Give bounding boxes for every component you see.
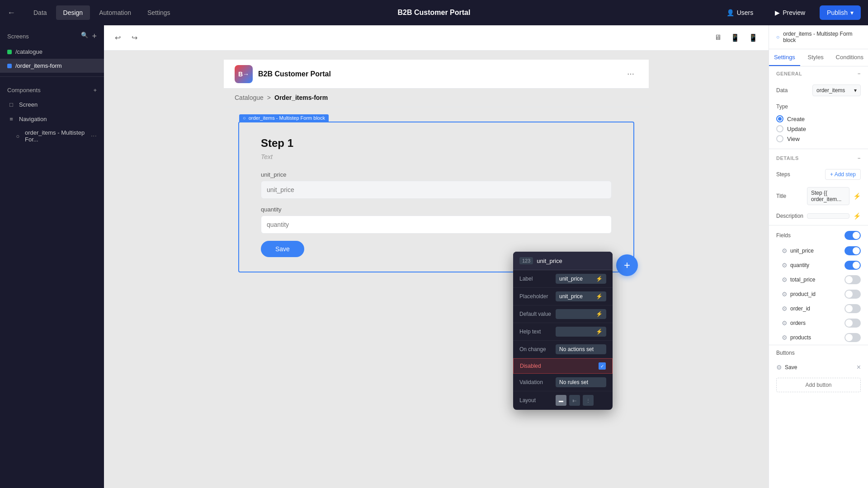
popup-label-value: unit_price [559,276,583,282]
add-screen-button[interactable]: + [92,32,97,41]
details-collapse[interactable]: − [858,155,861,161]
popup-label-input[interactable]: unit_price ⚡ [556,274,606,284]
title-input[interactable]: Step {{ order_item... [807,187,849,205]
save-gear-icon[interactable]: ⚙ [776,364,782,371]
popup-validation-input[interactable]: No rules set [556,377,606,387]
save-form-button[interactable]: Save [261,241,304,257]
mobile-view-button[interactable]: 📱 [745,32,761,44]
layout-single[interactable]: ▬ [556,395,566,406]
back-button[interactable]: ← [7,8,15,18]
popup-header: 123 unit_price [513,252,613,270]
popup-disabled-checkbox[interactable] [599,362,606,370]
layout-triple[interactable]: ⋮ [583,395,594,406]
canvas-wrapper: ○ order_items - Multistep Form block Ste… [224,107,649,287]
default-lightning-icon[interactable]: ⚡ [596,311,603,317]
unit-price-input[interactable] [261,181,612,199]
screen-item-order-items-form[interactable]: /order_items-form [0,59,104,73]
radio-create[interactable] [776,115,783,122]
details-divider [769,149,868,149]
preview-button[interactable]: ▶ Preview [768,5,812,20]
description-input[interactable] [807,213,849,219]
form-more-button[interactable]: ··· [91,132,97,140]
radio-view[interactable] [776,135,783,142]
component-navigation-label: Navigation [19,116,47,122]
popup-onchange-input[interactable]: No actions set [556,344,606,354]
breadcrumb-order-items[interactable]: Order_items-form [274,94,328,101]
add-button-btn[interactable]: Add button [776,378,861,392]
quantity-gear-icon[interactable]: ⚙ [782,262,788,269]
screen-item-catalogue[interactable]: /catalogue [0,45,104,59]
redo-button[interactable]: ↪ [128,32,141,44]
label-lightning-icon[interactable]: ⚡ [596,276,603,282]
product-id-field-toggle[interactable] [844,290,861,299]
tab-settings[interactable]: Settings [769,49,800,66]
order-id-gear-icon[interactable]: ⚙ [782,305,788,312]
tab-conditions[interactable]: Conditions [831,49,868,66]
app-logo: B→ [235,65,253,83]
total-price-field-toggle[interactable] [844,275,861,284]
layout-double[interactable]: ⫦ [569,395,580,406]
popup-disabled-row: Disabled [513,358,613,374]
save-remove-button[interactable]: × [857,363,861,371]
quantity-field-toggle[interactable] [844,261,861,270]
save-button-name: Save [785,364,854,371]
desktop-view-button[interactable]: 🖥 [711,32,725,44]
products-field-toggle[interactable] [844,333,861,342]
title-lightning-icon[interactable]: ⚡ [853,192,861,200]
radio-update[interactable] [776,125,783,132]
preview-label: Preview [783,9,805,16]
app-header: B→ B2B Customer Portal ⋯ [224,60,649,89]
quantity-label: quantity [261,206,612,213]
field-item-product-id: ⚙ product_id [769,287,868,301]
tab-settings[interactable]: Settings [140,5,178,20]
component-order-items-form[interactable]: ○ order_items - Multistep For... ··· [0,126,104,146]
description-lightning-icon[interactable]: ⚡ [853,212,861,220]
type-update[interactable]: Update [776,125,861,132]
unit-price-field-toggle[interactable] [844,246,861,255]
product-id-gear-icon[interactable]: ⚙ [782,291,788,298]
unit-price-gear-icon[interactable]: ⚙ [782,247,788,254]
products-gear-icon[interactable]: ⚙ [782,334,788,341]
tab-design[interactable]: Design [56,5,90,20]
screen-label-catalogue: /catalogue [15,48,42,55]
save-button-row: ⚙ Save × [769,361,868,374]
tab-data[interactable]: Data [26,5,54,20]
data-prop-label: Data [776,87,812,94]
quantity-input[interactable] [261,216,612,234]
type-create[interactable]: Create [776,115,861,122]
panel-icon: ○ [776,34,779,40]
search-icon[interactable]: 🔍 [81,32,88,41]
helptext-lightning-icon[interactable]: ⚡ [596,328,603,335]
fields-toggle[interactable] [844,231,861,240]
popup-default-input[interactable]: ⚡ [556,309,606,319]
component-navigation[interactable]: ≡ Navigation [0,112,104,126]
total-price-gear-icon[interactable]: ⚙ [782,276,788,283]
orders-field-toggle[interactable] [844,319,861,328]
screen-dot-order-items [7,64,12,68]
field-item-total-price: ⚙ total_price [769,272,868,287]
fab-button[interactable]: + [616,254,638,276]
type-view[interactable]: View [776,135,861,142]
canvas-area: ↩ ↪ 🖥 📱 📱 B→ B2B Customer Portal ⋯ [104,25,769,488]
popup-placeholder-input[interactable]: unit_price ⚡ [556,291,606,301]
data-select[interactable]: order_items ▾ [812,84,861,96]
tab-styles[interactable]: Styles [800,49,831,66]
popup-helptext-input[interactable]: ⚡ [556,327,606,337]
breadcrumb-catalogue[interactable]: Catalogue [235,94,264,101]
order-id-field-toggle[interactable] [844,304,861,313]
placeholder-lightning-icon[interactable]: ⚡ [596,293,603,300]
form-block-label: ○ order_items - Multistep Form block [239,114,329,122]
tab-automation[interactable]: Automation [92,5,138,20]
users-button[interactable]: 👤 Users [719,5,761,20]
grid-icon[interactable]: ⋯ [623,67,638,81]
right-panel-tabs: Settings Styles Conditions [769,49,868,66]
field-type-badge: 123 [519,257,533,264]
orders-gear-icon[interactable]: ⚙ [782,319,788,327]
tablet-view-button[interactable]: 📱 [727,32,743,44]
add-component-button[interactable]: + [93,87,97,94]
component-screen[interactable]: □ Screen [0,97,104,112]
general-collapse[interactable]: − [858,71,861,76]
add-step-button[interactable]: + Add step [825,169,861,180]
undo-button[interactable]: ↩ [111,32,124,44]
publish-button[interactable]: Publish ▾ [820,5,861,20]
